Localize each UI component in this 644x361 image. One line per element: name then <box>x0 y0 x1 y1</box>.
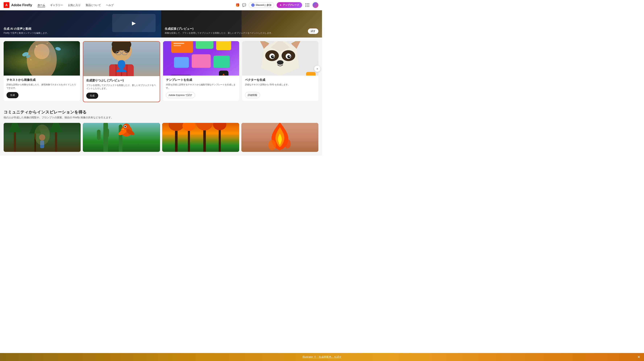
card-btn-vector[interactable]: 詳細情報 <box>245 92 260 98</box>
svg-rect-74 <box>106 128 109 137</box>
svg-rect-32 <box>196 41 214 49</box>
svg-text:Ai: Ai <box>309 75 312 76</box>
nav-item-favorites[interactable]: お気に入り <box>68 4 81 7</box>
banner-ai-video-title: 生成 AI の音声と動画 <box>4 27 49 31</box>
card-vector: Ai ベクターを生成 詳細なテキスト説明から SVG を生成します。 詳細情報 <box>242 41 318 101</box>
svg-point-70 <box>34 124 50 145</box>
apps-grid-icon[interactable] <box>304 2 310 8</box>
svg-rect-2 <box>308 3 309 4</box>
nav-link-favorites[interactable]: お気に入り <box>68 4 81 6</box>
svg-rect-6 <box>306 6 306 7</box>
card-body-generative-fill: 生成塗りつぶし (プレビュー) ブラシを使用してオブジェクトを削除したり、新しい… <box>83 76 160 102</box>
svg-point-13 <box>26 54 30 58</box>
navbar: A Adobe Firefly ホーム ギャラリー お気に入り 製品について ヘ… <box>0 0 322 10</box>
nav-link-help[interactable]: ヘルプ <box>106 4 114 6</box>
discord-icon: D <box>251 4 254 7</box>
card-generative-fill: 生成塗りつぶし (プレビュー) ブラシを使用してオブジェクトを削除したり、新しい… <box>83 41 160 102</box>
svg-point-55 <box>273 56 274 57</box>
svg-point-16 <box>46 43 48 44</box>
card-image-man <box>83 42 160 76</box>
upgrade-icon: ✦ <box>280 4 282 6</box>
card-image-girl <box>4 41 80 76</box>
nav-link-products[interactable]: 製品について <box>86 4 101 6</box>
svg-rect-36 <box>213 56 230 68</box>
svg-rect-38 <box>174 45 181 46</box>
navbar-right: 🎁 💬 D Discord に参加 ✦ アップグレード <box>236 2 318 8</box>
cards-row: テキストから画像生成 詳細な説明から画像を生成したり、参照画像でスタイルをガイド… <box>4 41 318 102</box>
svg-rect-8 <box>308 6 309 7</box>
svg-rect-41 <box>170 75 192 76</box>
svg-rect-34 <box>174 57 189 68</box>
app-logo[interactable]: A Adobe Firefly <box>4 2 32 8</box>
nav-item-gallery[interactable]: ギャラリー <box>50 4 63 7</box>
nav-item-products[interactable]: 製品について <box>86 4 101 7</box>
banner-ai-video: 生成 AI の音声と動画 Firefly で音声と動画コンテンツを編集します。 … <box>0 10 161 38</box>
svg-rect-72 <box>104 123 108 152</box>
svg-rect-73 <box>97 130 100 140</box>
card-btn-text-to-image[interactable]: 生成 <box>6 92 18 98</box>
card-title-vector: ベクターを生成 <box>245 78 316 82</box>
card-btn-generative-fill[interactable]: 生成 <box>86 92 98 99</box>
svg-point-12 <box>22 51 29 57</box>
svg-point-94 <box>268 140 276 150</box>
card-desc-templates: 内容を詳細に説明するテキストから編集可能なテンプレートを生成します。 <box>166 83 236 90</box>
card-title-generative-fill: 生成塗りつぶし (プレビュー) <box>86 79 157 82</box>
card-title-templates: テンプレートを生成 <box>166 78 236 82</box>
nav-link-gallery[interactable]: ギャラリー <box>50 4 63 6</box>
svg-point-17 <box>30 59 31 60</box>
nav-item-home[interactable]: ホーム <box>38 4 45 7</box>
nav-item-help[interactable]: ヘルプ <box>106 4 114 7</box>
svg-point-81 <box>124 126 126 128</box>
card-image-panda: Ai <box>242 41 318 76</box>
community-image-1[interactable] <box>4 123 81 152</box>
banner-ai-video-desc: Firefly で音声と動画コンテンツを編集します。 <box>4 32 49 34</box>
svg-point-14 <box>55 46 61 51</box>
svg-rect-0 <box>306 3 306 4</box>
banner-expand-desc: 画像を拡張して、ブラシを使用してオブジェクトを削除したり、新しいオブジェクトをペ… <box>165 32 274 34</box>
top-banners: 生成 AI の音声と動画 Firefly で音声と動画コンテンツを編集します。 … <box>0 10 322 38</box>
svg-point-11 <box>34 44 49 59</box>
feature-cards-section: テキストから画像生成 詳細な説明から画像を生成したり、参照画像でスタイルをガイド… <box>0 38 322 104</box>
svg-rect-5 <box>308 5 309 6</box>
svg-rect-37 <box>174 43 184 44</box>
svg-rect-33 <box>216 41 231 50</box>
discord-label: Discord に参加 <box>256 4 272 7</box>
banner-try-button[interactable]: 試す <box>308 28 318 34</box>
card-btn-templates[interactable]: Adobe Express で試す <box>166 92 195 98</box>
svg-rect-7 <box>307 6 308 7</box>
gift-icon-button[interactable]: 🎁 <box>236 3 240 7</box>
banner-video-preview: ▶ <box>112 14 156 32</box>
card-body-text-to-image: テキストから画像生成 詳細な説明から画像を生成したり、参照画像でスタイルをガイド… <box>4 76 80 101</box>
user-avatar[interactable] <box>312 2 318 8</box>
adobe-icon: A <box>4 2 10 8</box>
svg-point-54 <box>288 55 291 58</box>
discord-button[interactable]: D Discord に参加 <box>248 2 274 8</box>
upgrade-button[interactable]: ✦ アップグレード <box>277 2 302 8</box>
svg-point-56 <box>289 56 290 57</box>
community-grid <box>4 123 318 152</box>
svg-point-53 <box>271 55 274 58</box>
svg-rect-3 <box>306 5 306 6</box>
card-body-vector: ベクターを生成 詳細なテキスト説明から SVG を生成します。 詳細情報 <box>242 76 318 101</box>
card-image-templates: A <box>163 41 239 76</box>
cards-next-button[interactable]: › <box>314 66 320 72</box>
main-content: 生成 AI の音声と動画 Firefly で音声と動画コンテンツを編集します。 … <box>0 10 322 156</box>
community-image-3[interactable] <box>162 123 239 152</box>
notification-icon-button[interactable]: 💬 <box>242 3 246 7</box>
banner-generative-expand: 生成拡張 (プレビュー) 画像を拡張して、ブラシを使用してオブジェクトを削除した… <box>161 10 322 38</box>
svg-text:A: A <box>222 73 225 76</box>
community-image-4[interactable] <box>241 123 318 152</box>
card-desc-text-to-image: 詳細な説明から画像を生成したり、参照画像でスタイルをガイドしたりできます。 <box>6 83 77 90</box>
app-name: Adobe Firefly <box>11 3 32 7</box>
upgrade-label: アップグレード <box>283 4 299 7</box>
card-desc-vector: 詳細なテキスト説明から SVG を生成します。 <box>245 83 316 90</box>
main-nav: ホーム ギャラリー お気に入り 製品について ヘルプ <box>38 4 114 7</box>
svg-point-57 <box>277 60 284 65</box>
community-image-2[interactable] <box>83 123 160 152</box>
nav-link-home[interactable]: ホーム <box>38 4 45 7</box>
banner-ai-video-content: 生成 AI の音声と動画 Firefly で音声と動画コンテンツを編集します。 <box>0 24 53 38</box>
card-title-text-to-image: テキストから画像生成 <box>6 78 77 82</box>
card-text-to-image: テキストから画像生成 詳細な説明から画像を生成したり、参照画像でスタイルをガイド… <box>4 41 80 101</box>
community-desc: 他の人が作成した画像の閲覧や、プロンプトの探索、独自の Firefly 画像の共… <box>4 116 318 119</box>
card-templates: A テンプレートを生成 内容を詳細に説明するテキストから編集可能なテンプレートを… <box>163 41 239 101</box>
